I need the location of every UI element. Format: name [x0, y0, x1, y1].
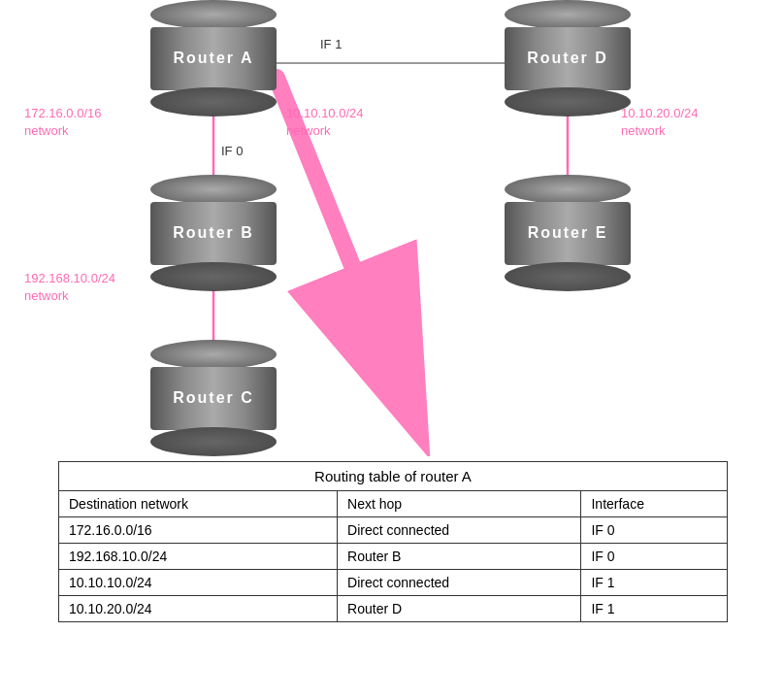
router-e: Router E [505, 189, 631, 277]
col-header-interface: Interface [581, 491, 728, 517]
table-cell-0-1: Direct connected [338, 517, 581, 544]
table-cell-3-1: Router D [338, 596, 581, 622]
table-cell-1-0: 192.168.10.0/24 [59, 544, 338, 570]
router-b: Router B [150, 189, 277, 277]
table-cell-2-0: 10.10.10.0/24 [59, 570, 338, 596]
router-c-label: Router C [173, 389, 254, 407]
table-body: 172.16.0.0/16Direct connectedIF 0192.168… [59, 517, 728, 622]
table-cell-3-2: IF 1 [581, 596, 728, 622]
network-label-2: 192.168.10.0/24network [24, 270, 115, 305]
router-a-label: Router A [174, 50, 254, 67]
routing-table: Routing table of router A Destination ne… [58, 461, 728, 622]
col-header-dest: Destination network [59, 491, 338, 517]
table-cell-0-0: 172.16.0.0/16 [59, 517, 338, 544]
table-row: 172.16.0.0/16Direct connectedIF 0 [59, 517, 728, 544]
router-d: Router D [505, 15, 631, 102]
router-b-label: Router B [173, 224, 254, 242]
table-row: 10.10.20.0/24Router DIF 1 [59, 596, 728, 622]
table-cell-1-1: Router B [338, 544, 581, 570]
table-cell-1-2: IF 0 [581, 544, 728, 570]
table-cell-0-2: IF 0 [581, 517, 728, 544]
table-cell-2-2: IF 1 [581, 570, 728, 596]
table-cell-3-0: 10.10.20.0/24 [59, 596, 338, 622]
col-header-nexthop: Next hop [338, 491, 581, 517]
table-row: 10.10.10.0/24Direct connectedIF 1 [59, 570, 728, 596]
connection-lines [0, 0, 784, 456]
network-diagram: Router A Router B Router C Ro [0, 0, 784, 456]
router-c: Router C [150, 354, 277, 442]
router-a: Router A [150, 15, 277, 102]
network-label-1: 172.16.0.0/16network [24, 105, 102, 140]
table-title: Routing table of router A [59, 462, 728, 491]
table-row: 192.168.10.0/24Router BIF 0 [59, 544, 728, 570]
network-label-3: 10.10.10.0/24network [286, 105, 364, 140]
if-label-0: IF 0 [221, 144, 243, 158]
router-d-label: Router D [527, 50, 608, 67]
network-label-4: 10.10.20.0/24network [621, 105, 699, 140]
if-label-1: IF 1 [320, 37, 342, 51]
router-e-label: Router E [528, 224, 608, 242]
table-cell-2-1: Direct connected [338, 570, 581, 596]
